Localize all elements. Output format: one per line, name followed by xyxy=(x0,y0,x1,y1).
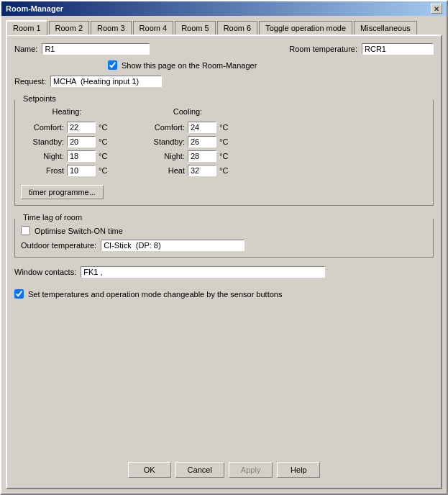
show-page-row: Show this page on the Room-Manager xyxy=(108,60,434,70)
cooling-heat-input[interactable] xyxy=(188,165,216,176)
cooling-standby-input[interactable] xyxy=(188,136,216,147)
request-row: Request: xyxy=(14,76,434,87)
tab-room3[interactable]: Room 3 xyxy=(91,21,132,35)
cooling-night-input[interactable] xyxy=(188,150,216,162)
cooling-comfort-row: Comfort: °C xyxy=(142,122,234,133)
heating-frost-row: Frost °C xyxy=(21,165,113,176)
setpoints-title: Setpoints xyxy=(21,94,58,103)
cooling-standby-label: Standby: xyxy=(142,137,185,146)
apply-button[interactable]: Apply xyxy=(229,462,273,478)
ok-button[interactable]: OK xyxy=(128,462,171,478)
cooling-standby-row: Standby: °C xyxy=(142,136,234,147)
tab-toggle-mode[interactable]: Toggle operation mode xyxy=(259,21,352,35)
optimise-checkbox[interactable] xyxy=(21,226,30,235)
outdoor-temp-label: Outdoor temperature: xyxy=(21,241,96,250)
content-area: Room 1 Room 2 Room 3 Room 4 Room 5 Room … xyxy=(1,16,447,494)
heating-header: Heating: xyxy=(21,107,113,116)
tab-room5[interactable]: Room 5 xyxy=(175,21,216,35)
tab-bar: Room 1 Room 2 Room 3 Room 4 Room 5 Room … xyxy=(6,20,442,35)
request-label: Request: xyxy=(14,77,46,86)
comfort-label: Comfort: xyxy=(21,123,64,132)
name-input[interactable] xyxy=(42,43,150,55)
time-lag-title: Time lag of room xyxy=(21,213,84,222)
show-page-label: Show this page on the Room-Manager xyxy=(122,61,257,70)
tab-room2[interactable]: Room 2 xyxy=(49,21,90,35)
frost-label: Frost xyxy=(21,166,64,175)
cooling-comfort-input[interactable] xyxy=(188,122,216,133)
cooling-night-unit: °C xyxy=(219,152,234,160)
tab-panel-room1: Name: Room temperature: Show this page o… xyxy=(6,35,442,489)
cooling-comfort-unit: °C xyxy=(219,123,234,132)
room-temp-label: Room temperature: xyxy=(289,45,357,53)
close-button[interactable]: ✕ xyxy=(431,4,442,14)
outdoor-temp-row: Outdoor temperature: xyxy=(21,240,427,251)
sensor-buttons-label: Set temperatures and operation mode chan… xyxy=(28,290,282,299)
heat-label: Heat xyxy=(142,166,185,175)
heating-comfort-input[interactable] xyxy=(67,122,96,133)
cooling-night-row: Night: °C xyxy=(142,150,234,162)
heating-col: Heating: Comfort: °C Standby: °C Ni xyxy=(21,107,113,199)
window-title: Room-Manager xyxy=(6,4,63,13)
cooling-night-label: Night: xyxy=(142,152,185,160)
heating-comfort-row: Comfort: °C xyxy=(21,122,113,133)
setpoints-group: Setpoints Heating: Comfort: °C Standby: xyxy=(14,100,434,206)
heating-standby-unit: °C xyxy=(99,137,113,146)
window-contacts-row: Window contacts: xyxy=(14,266,434,278)
outdoor-temp-input[interactable] xyxy=(101,240,244,251)
sensor-buttons-checkbox[interactable] xyxy=(14,289,24,299)
timer-programme-button[interactable]: timer programme... xyxy=(21,185,104,199)
request-input[interactable] xyxy=(50,76,162,87)
heating-standby-row: Standby: °C xyxy=(21,136,113,147)
heating-frost-input[interactable] xyxy=(67,165,96,176)
heating-frost-unit: °C xyxy=(99,166,113,175)
help-button[interactable]: Help xyxy=(277,462,320,478)
title-bar: Room-Manager ✕ xyxy=(1,1,447,16)
cooling-heat-row: Heat °C xyxy=(142,165,234,176)
cancel-button[interactable]: Cancel xyxy=(175,462,224,478)
tab-room6[interactable]: Room 6 xyxy=(217,21,258,35)
heating-comfort-unit: °C xyxy=(99,123,113,132)
cooling-col: Cooling: Comfort: °C Standby: °C Ni xyxy=(142,107,234,199)
window-contacts-label: Window contacts: xyxy=(14,268,76,276)
name-row: Name: Room temperature: xyxy=(14,43,434,55)
name-label: Name: xyxy=(14,45,37,53)
heating-night-input[interactable] xyxy=(67,150,96,162)
cooling-comfort-label: Comfort: xyxy=(142,123,185,132)
optimise-label: Optimise Switch-ON time xyxy=(35,227,123,235)
cooling-standby-unit: °C xyxy=(219,137,234,146)
standby-label: Standby: xyxy=(21,137,64,146)
heating-night-row: Night: °C xyxy=(21,150,113,162)
main-window: Room-Manager ✕ Room 1 Room 2 Room 3 Room… xyxy=(0,0,448,495)
heating-standby-input[interactable] xyxy=(67,136,96,147)
setpoints-inner: Heating: Comfort: °C Standby: °C Ni xyxy=(21,107,427,199)
time-lag-group: Time lag of room Optimise Switch-ON time… xyxy=(14,219,434,258)
window-contacts-input[interactable] xyxy=(81,266,325,278)
tab-room4[interactable]: Room 4 xyxy=(133,21,174,35)
cooling-header: Cooling: xyxy=(142,107,234,116)
tab-miscellaneous[interactable]: Miscellaneous xyxy=(354,21,417,35)
sensor-buttons-row: Set temperatures and operation mode chan… xyxy=(14,289,434,299)
night-label: Night: xyxy=(21,152,64,160)
tab-room1[interactable]: Room 1 xyxy=(6,20,47,35)
bottom-buttons: OK Cancel Apply Help xyxy=(14,456,434,481)
heating-night-unit: °C xyxy=(99,152,113,160)
room-temp-input[interactable] xyxy=(362,43,434,55)
optimise-row: Optimise Switch-ON time xyxy=(21,226,427,235)
cooling-heat-unit: °C xyxy=(219,166,234,175)
show-page-checkbox[interactable] xyxy=(108,60,117,70)
